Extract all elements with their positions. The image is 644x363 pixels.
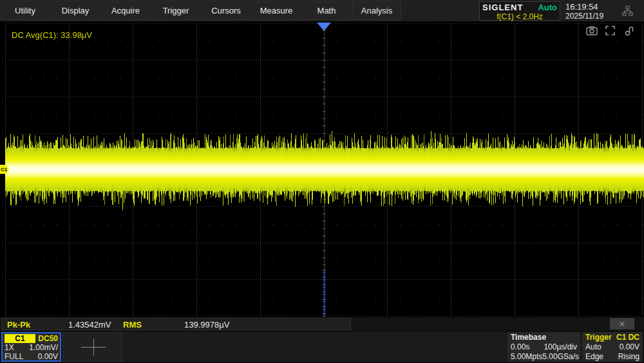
timebase-scale: 100µs/div [544,342,577,351]
trigger-position-marker-icon[interactable] [317,23,331,31]
trigger-title: Trigger [585,333,612,342]
bottom-status-bar: C1 DC50 1X 1.00mV/ FULL 0.00V Timebase 0… [0,331,644,363]
oscilloscope-screen: Utility Display Acquire Trigger Cursors … [0,0,644,363]
trigger-frequency-readout: f(C1) < 2.0Hz [482,12,557,21]
trigger-slope: Rising [618,352,639,361]
menu-item-measure[interactable]: Measure [252,1,301,20]
menu-item-math[interactable]: Math [302,1,351,20]
measurement-box[interactable]: Pk-Pk 1.43542mV RMS 139.9978µV [1,318,351,330]
graticule-area[interactable]: DC Avg(C1): 33.98µV [0,22,644,317]
channel1-volts-per-div: 1.00mV/ [29,343,58,352]
channel1-badge: C1 [5,334,35,343]
menu-item-cursors[interactable]: Cursors [202,1,251,20]
crosshair-icon [93,339,94,356]
menu-item-utility[interactable]: Utility [1,1,50,20]
timebase-title: Timebase [511,333,546,342]
acquisition-status-badge[interactable]: Auto [534,3,557,12]
measurement-bar: Pk-Pk 1.43542mV RMS 139.9978µV ✕ [0,317,644,331]
brand-box: SIGLENT Auto f(C1) < 2.0Hz [479,1,560,21]
network-icon[interactable] [611,0,644,22]
measurement-value-rms: 139.9978µV [184,320,229,330]
trigger-descriptor-box[interactable]: Trigger C1 DC Auto 0.00V Edge Rising [582,332,643,362]
memory-depth: 5.00Mpts [511,352,542,361]
screenshot-camera-icon[interactable] [586,26,598,36]
time-display: 16:19:54 [565,2,611,12]
dc-avg-readout: DC Avg(C1): 33.98µV [12,30,92,40]
timebase-descriptor-box[interactable]: Timebase 0.00s 100µs/div 5.00Mpts 5.00GS… [507,332,580,362]
trigger-type: Edge [585,352,603,361]
trigger-mode: Auto [585,342,601,351]
close-measurements-button[interactable]: ✕ [610,318,634,330]
channel1-offset: 0.00V [38,352,58,361]
menu-bar: Utility Display Acquire Trigger Cursors … [0,0,644,22]
header-status-area: SIGLENT Auto f(C1) < 2.0Hz 16:19:54 2025… [479,0,644,22]
siglent-logo: SIGLENT [482,3,523,12]
close-icon: ✕ [619,319,626,329]
menu-item-analysis[interactable]: Analysis [352,1,401,20]
trigger-source: C1 DC [616,333,639,342]
waveform-canvas[interactable] [0,22,644,317]
measurement-label-rms: RMS [123,320,142,330]
fullscreen-icon[interactable] [605,26,617,36]
trigger-level: 0.00V [620,342,639,351]
channel1-descriptor-box[interactable]: C1 DC50 1X 1.00mV/ FULL 0.00V [1,332,61,362]
add-channel-slot[interactable] [62,332,122,362]
measurement-label-pkpk: Pk-Pk [7,320,30,330]
channel1-bandwidth: FULL [5,352,23,361]
clock-box: 16:19:54 2025/11/19 [560,0,611,22]
sample-rate: 5.00GSa/s [542,352,579,361]
sound-note-icon[interactable] [625,26,636,36]
date-display: 2025/11/19 [565,12,611,21]
channel1-attenuation: 1X [5,343,14,352]
measurement-value-pkpk: 1.43542mV [68,320,111,330]
channel1-coupling: DC50 [38,334,58,343]
menu-item-display[interactable]: Display [51,1,100,20]
menu-item-acquire[interactable]: Acquire [101,1,150,20]
menu-item-trigger[interactable]: Trigger [151,1,200,20]
timebase-delay: 0.00s [511,342,529,351]
